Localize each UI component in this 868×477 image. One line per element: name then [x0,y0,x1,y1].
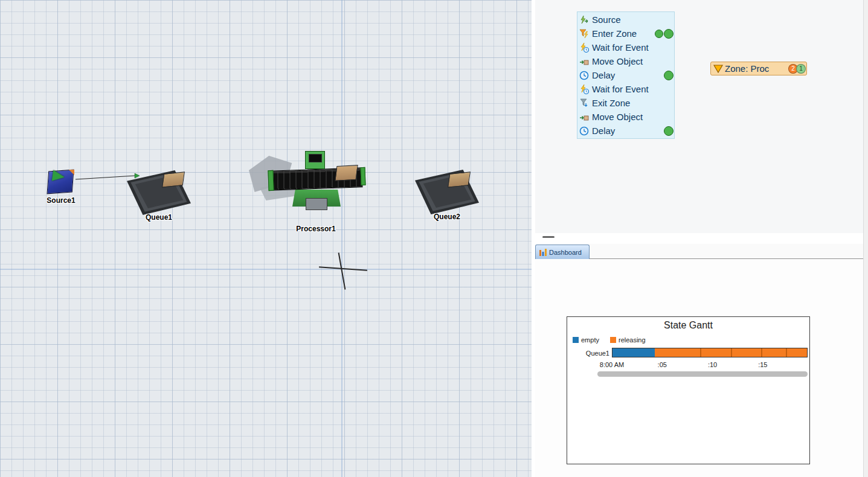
activity-label: Source [592,14,621,25]
activity-row-move-object-1[interactable]: Move Object [577,54,674,68]
gantt-state-divider [786,348,787,357]
splitter-handle[interactable] [542,236,555,238]
3d-model-view[interactable]: Source1 Queue1 Processor1 [0,0,532,477]
zone-badges: 2 1 [790,64,806,74]
token-indicator[interactable] [664,71,674,80]
activity-label: Delay [592,126,615,136]
processor-cabinet [306,198,327,210]
move-object-icon [579,112,590,122]
state-gantt-chart: State Gantt empty releasing Queue1 [567,316,810,464]
zone-badge-count[interactable]: 1 [796,64,806,74]
tab-dashboard[interactable]: Dashboard [535,245,590,259]
flow-item-box [448,171,471,187]
gantt-state-divider [761,348,762,357]
activity-row-wait-for-event-2[interactable]: Wait for Event [577,82,674,96]
activity-label: Move Object [592,56,643,66]
delay-icon [579,126,590,136]
activity-row-wait-for-event-1[interactable]: Wait for Event [577,40,674,54]
axis-tick: :15 [758,361,767,368]
process-flow-panel[interactable]: Source Enter Zone Wait for Event [535,0,868,233]
tab-label: Dashboard [549,249,582,256]
gantt-time-axis: 8:00 AM :05 :10 :15 [612,361,808,370]
activity-label: Wait for Event [592,42,649,53]
grid-axis-horizontal [0,269,532,270]
axis-tick: :10 [708,361,717,368]
processor-monitor [305,151,325,169]
flow-item-box [335,165,358,181]
move-object-icon [579,57,590,66]
gantt-state-divider [731,348,732,357]
chart-legend: empty releasing [573,336,646,344]
exit-zone-icon [579,98,590,108]
source-label: Source1 [47,196,75,205]
activity-label: Delay [592,70,615,80]
activity-block[interactable]: Source Enter Zone Wait for Event [577,11,675,139]
source-icon [579,15,590,25]
wait-for-event-icon [579,43,590,53]
legend-swatch [610,337,616,343]
origin-crosshair [319,252,367,291]
activity-row-source[interactable]: Source [577,13,674,27]
queue1-label: Queue1 [146,213,172,222]
activity-label: Wait for Event [592,84,649,94]
source-arrow-icon [52,170,65,183]
gantt-bar [612,348,808,357]
zone-funnel-icon [713,65,723,73]
horizontal-panel-splitter[interactable] [535,233,868,244]
activity-label: Move Object [592,112,643,122]
token-indicator[interactable] [664,29,674,39]
activity-row-enter-zone[interactable]: Enter Zone [577,27,674,40]
source-object[interactable] [48,169,77,194]
gantt-row-label: Queue1 [567,350,609,357]
processor-end-cap [268,170,274,191]
token-indicator[interactable] [664,126,674,136]
processor-screen [309,154,322,162]
gantt-state-divider [700,348,701,357]
activity-label: Enter Zone [592,28,637,39]
bar-chart-icon [539,249,547,256]
window-vertical-scrollbar[interactable] [863,0,868,477]
token-indicators [664,71,674,80]
legend-item: releasing [610,336,646,344]
zone-block[interactable]: Zone: Proc 2 1 [710,62,807,75]
token-indicators [655,29,674,39]
processor-end-cap [360,167,365,185]
legend-label: empty [581,336,599,344]
gantt-segment-empty [612,348,655,357]
legend-label: releasing [619,336,646,344]
queue1-object[interactable] [127,170,191,215]
flexsim-window: Source1 Queue1 Processor1 [0,0,868,477]
gantt-scrollbar[interactable] [597,371,808,377]
enter-zone-icon [579,29,590,39]
queue2-object[interactable] [415,170,479,214]
processor-object[interactable] [248,145,368,213]
activity-row-delay-1[interactable]: Delay [577,68,674,82]
axis-tick: 8:00 AM [600,361,624,368]
token-indicator[interactable] [655,30,663,38]
delay-icon [579,71,590,80]
processor-label: Processor1 [296,225,335,233]
activity-row-delay-2[interactable]: Delay [577,124,674,138]
queue2-label: Queue2 [434,213,460,221]
activity-row-move-object-2[interactable]: Move Object [577,110,674,124]
wait-for-event-icon [579,85,590,94]
zone-label: Zone: Proc [725,63,769,74]
source-corner-marker [69,170,74,175]
legend-swatch [573,337,579,343]
flow-item-box [162,171,185,187]
legend-item: empty [573,336,599,344]
activity-label: Exit Zone [592,98,630,108]
dashboard-panel: Dashboard State Gantt empty releasing Qu… [535,244,868,477]
activity-row-exit-zone[interactable]: Exit Zone [577,96,674,110]
chart-title: State Gantt [567,320,809,331]
dashboard-tab-bar: Dashboard [535,244,868,259]
token-indicators [664,126,674,136]
grid-axis-vertical [341,0,342,477]
axis-tick: :05 [658,361,667,368]
